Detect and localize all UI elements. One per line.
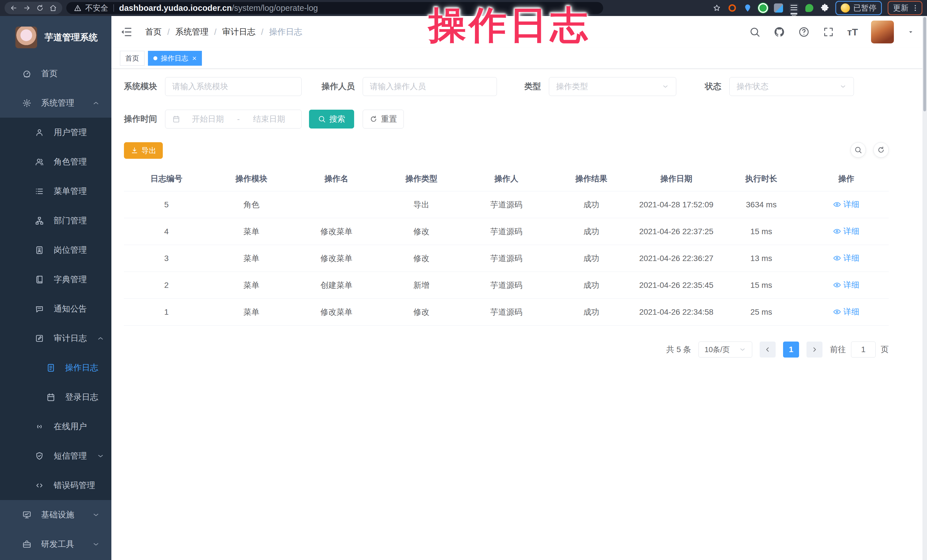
user-avatar[interactable]	[871, 21, 894, 43]
chevron-left-icon	[764, 346, 771, 353]
help-icon[interactable]	[798, 26, 810, 38]
detail-link[interactable]: 详细	[833, 253, 859, 264]
eye-icon	[833, 227, 841, 235]
sidebar-item-部门管理[interactable]: 部门管理	[0, 206, 111, 235]
extension-pin-icon[interactable]	[743, 3, 752, 13]
status-select[interactable]: 操作状态	[729, 77, 854, 96]
extensions-puzzle-button[interactable]	[820, 3, 830, 13]
sidebar-item-操作日志[interactable]: 操作日志	[0, 353, 111, 382]
sidebar-item-label: 首页	[41, 68, 58, 79]
sidebar-item-错误码管理[interactable]: 错误码管理	[0, 470, 111, 500]
prev-page-button[interactable]	[760, 341, 776, 358]
sidebar-item-通知公告[interactable]: 通知公告	[0, 294, 111, 323]
breadcrumb-item[interactable]: 审计日志	[222, 26, 255, 38]
address-bar[interactable]: 不安全 dashboard.yudao.iocoder.cn /system/l…	[66, 2, 603, 14]
cell-action: 详细	[804, 199, 889, 211]
sidebar-item-字典管理[interactable]: 字典管理	[0, 265, 111, 294]
module-input[interactable]	[172, 82, 295, 91]
table-header-cell: 操作	[804, 173, 889, 184]
goto-page-input[interactable]	[851, 341, 875, 358]
sidebar-item-审计日志[interactable]: 审计日志	[0, 323, 111, 353]
export-button[interactable]: 导出	[124, 142, 163, 159]
sidebar-item-研发工具[interactable]: 研发工具	[0, 530, 111, 559]
sidebar-item-label: 菜单管理	[54, 186, 87, 197]
code-icon	[35, 481, 44, 490]
cell-module: 菜单	[209, 253, 294, 264]
cell-type: 修改	[379, 226, 464, 237]
sidebar-item-登录日志[interactable]: 登录日志	[0, 382, 111, 412]
next-page-button[interactable]	[807, 341, 822, 358]
bookmark-star-button[interactable]	[712, 3, 722, 13]
type-select-placeholder: 操作类型	[556, 81, 588, 92]
forward-button[interactable]	[22, 3, 32, 13]
sidebar-menu: 首页系统管理用户管理角色管理菜单管理部门管理岗位管理字典管理通知公告审计日志操作…	[0, 59, 111, 559]
scrollbar-thumb[interactable]	[923, 17, 926, 111]
search-icon	[318, 115, 326, 123]
github-icon[interactable]	[774, 26, 785, 38]
sidebar-item-短信管理[interactable]: 短信管理	[0, 441, 111, 470]
breadcrumb-item[interactable]: 首页	[145, 26, 162, 38]
tag-close-icon[interactable]: ×	[192, 55, 196, 62]
refresh-icon	[369, 115, 378, 123]
extension-duotone-icon[interactable]	[774, 3, 783, 13]
sidebar-item-label: 通知公告	[54, 303, 87, 315]
back-button[interactable]	[9, 3, 19, 13]
detail-link[interactable]: 详细	[833, 307, 859, 317]
extension-green-circle-icon[interactable]	[758, 3, 768, 13]
cell-result: 成功	[549, 226, 634, 237]
search-button[interactable]: 搜索	[309, 110, 354, 129]
edit-icon	[35, 334, 44, 343]
browser-update-button[interactable]: 更新	[887, 1, 922, 15]
font-size-icon[interactable]: тT	[847, 27, 858, 38]
extension-sprout-icon[interactable]	[804, 3, 814, 13]
profile-paused-chip[interactable]: 已暂停	[835, 1, 882, 15]
sidebar-item-菜单管理[interactable]: 菜单管理	[0, 176, 111, 206]
sidebar-item-角色管理[interactable]: 角色管理	[0, 147, 111, 176]
sidebar-item-基础设施[interactable]: 基础设施	[0, 500, 111, 530]
reload-button[interactable]	[35, 3, 45, 13]
page-number-button[interactable]: 1	[783, 341, 799, 358]
refresh-table-button[interactable]	[873, 142, 889, 158]
sidebar-item-系统管理[interactable]: 系统管理	[0, 88, 111, 118]
search-icon[interactable]	[749, 26, 760, 38]
sidebar-logo-row[interactable]: 芋道管理系统	[0, 16, 111, 59]
emoji-avatar-icon	[841, 3, 850, 12]
tag-操作日志[interactable]: 操作日志×	[148, 51, 202, 66]
window-scrollbar[interactable]	[922, 16, 927, 560]
calendar-icon	[172, 115, 180, 123]
type-label: 类型	[524, 81, 541, 92]
cell-name: 修改菜单	[294, 253, 379, 264]
operator-input[interactable]	[370, 82, 490, 91]
users-icon	[35, 157, 44, 167]
home-button[interactable]	[48, 3, 58, 13]
sidebar-item-label: 操作日志	[65, 362, 98, 373]
toggle-search-button[interactable]	[851, 142, 866, 158]
badge-icon	[35, 246, 44, 255]
fullscreen-icon[interactable]	[823, 26, 834, 38]
sidebar-item-label: 部门管理	[54, 215, 87, 226]
type-select[interactable]: 操作类型	[549, 77, 676, 96]
page-size-select[interactable]: 10条/页	[699, 341, 752, 358]
calendar-icon	[46, 393, 55, 402]
reset-button[interactable]: 重置	[363, 110, 404, 129]
sidebar-collapse-button[interactable]	[120, 26, 132, 38]
tag-首页[interactable]: 首页	[120, 51, 144, 66]
detail-link[interactable]: 详细	[833, 226, 859, 237]
screen: 不安全 dashboard.yudao.iocoder.cn /system/l…	[0, 0, 927, 560]
sidebar-item-首页[interactable]: 首页	[0, 59, 111, 88]
sidebar-item-label: 角色管理	[54, 156, 87, 168]
cell-date: 2021-04-26 22:34:58	[634, 308, 719, 317]
detail-link[interactable]: 详细	[833, 279, 859, 290]
extension-orange-ring-icon[interactable]	[727, 3, 737, 13]
breadcrumb-item[interactable]: 系统管理	[175, 26, 208, 38]
filter-row-2: 操作时间 开始日期 - 结束日期 搜索 重置	[124, 110, 889, 129]
sidebar-item-在线用户[interactable]: 在线用户	[0, 412, 111, 441]
date-range-picker[interactable]: 开始日期 - 结束日期	[165, 110, 302, 129]
range-separator: -	[235, 114, 241, 124]
cell-operator: 芋道源码	[464, 307, 549, 317]
sidebar-item-岗位管理[interactable]: 岗位管理	[0, 235, 111, 265]
detail-link[interactable]: 详细	[833, 199, 859, 210]
sidebar-item-用户管理[interactable]: 用户管理	[0, 118, 111, 147]
caret-down-icon[interactable]	[907, 28, 915, 36]
extension-switch-icon[interactable]: on	[789, 3, 799, 13]
